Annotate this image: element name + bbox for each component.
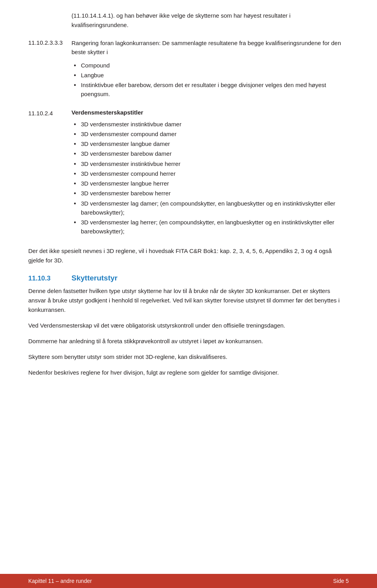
list-item: 3D verdensmester barebow herrer: [71, 189, 349, 198]
section-11-10-2-3-3-3: 11.10.2.3.3.3 Rangering foran lagkonkurr…: [28, 38, 349, 102]
page-footer: Kapittel 11 – andre runder Side 5: [0, 574, 377, 588]
section-number-11-10-2-3-3-3: 11.10.2.3.3.3: [28, 38, 71, 46]
section-para-3: Skyttere som benytter utstyr som strider…: [28, 352, 349, 362]
list-item: 3D verdensmester compound herrer: [71, 169, 349, 178]
list-item: 3D verdensmester lag damer; (en compound…: [71, 199, 349, 217]
list-item: Langbue: [71, 71, 349, 80]
section-para-2: Dommerne har anledning til å foreta stik…: [28, 337, 349, 346]
top-intro-text: (11.10.14.1.4.1). og han behøver ikke ve…: [71, 11, 349, 30]
section-title-11-10-3: Skytterutstyr: [71, 274, 117, 282]
section-title-11-10-2-4: Verdensmesterskapstitler: [71, 109, 349, 116]
section-11-10-2-4: 11.10.2.4 Verdensmesterskapstitler 3D ve…: [28, 109, 349, 239]
section-intro-text: Rangering foran lagkonkurransen: De samm…: [71, 38, 349, 57]
section-body-11-10-2-3-3-3: Rangering foran lagkonkurransen: De samm…: [71, 38, 349, 102]
section-header-11-10-3: 11.10.3 Skytterutstyr: [28, 274, 349, 282]
list-item: 3D verdensmester langbue damer: [71, 139, 349, 148]
list-item: 3D verdensmester instinktivbue damer: [71, 120, 349, 129]
list-item: 3D verdensmester compound damer: [71, 129, 349, 138]
page-container: (11.10.14.1.4.1). og han behøver ikke ve…: [0, 0, 377, 588]
top-section-num: [28, 11, 71, 12]
list-item: 3D verdensmester instinktivbue herrer: [71, 159, 349, 168]
section-body-11-10-2-4: Verdensmesterskapstitler 3D verdensmeste…: [71, 109, 349, 239]
section-number-11-10-2-4: 11.10.2.4: [28, 109, 71, 117]
list-item: 3D verdensmester barebow damer: [71, 149, 349, 158]
section-bullet-list-1: Compound Langbue Instinktivbue eller bar…: [71, 61, 349, 99]
section-para-1: Ved Verdensmesterskap vil det være oblig…: [28, 321, 349, 330]
section-bullet-list-2: 3D verdensmester instinktivbue damer 3D …: [71, 120, 349, 236]
list-item: 3D verdensmester langbue herrer: [71, 179, 349, 188]
list-item: Instinktivbue eller barebow, dersom det …: [71, 80, 349, 99]
main-content: (11.10.14.1.4.1). og han behøver ikke ve…: [0, 0, 377, 574]
para-after-2-4: Der det ikke spesielt nevnes i 3D reglen…: [28, 246, 349, 265]
section-para-0: Denne delen fastsetter hvilken type utst…: [28, 286, 349, 315]
top-intro-row: (11.10.14.1.4.1). og han behøver ikke ve…: [28, 11, 349, 37]
footer-left-text: Kapittel 11 – andre runder: [28, 578, 92, 584]
section-para-4: Nedenfor beskrives reglene for hver divi…: [28, 368, 349, 377]
footer-right-text: Side 5: [333, 578, 349, 584]
section-number-11-10-3: 11.10.3: [28, 274, 71, 282]
list-item: Compound: [71, 61, 349, 70]
list-item: 3D verdensmester lag herrer; (en compoun…: [71, 218, 349, 236]
